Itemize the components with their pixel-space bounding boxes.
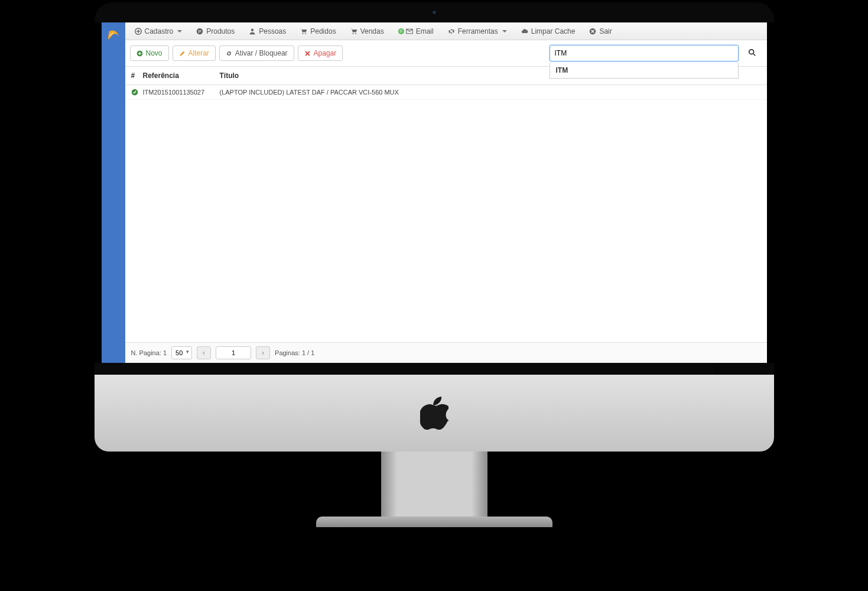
nav-label: Vendas [360,27,384,35]
n-pagina-label: N. Pagina: 1 [131,349,167,356]
caret-down-icon [177,30,182,33]
nav-pedidos[interactable]: Pedidos [294,25,342,38]
imac-stand [381,452,487,517]
imac-chin [95,375,774,452]
svg-text:P: P [199,29,201,34]
alterar-button[interactable]: Alterar [173,46,216,61]
action-toolbar: Novo Alterar Ativar / Bloquear Apagar [125,40,767,67]
cart-icon [350,28,357,35]
nav-vendas[interactable]: Vendas [344,25,390,38]
nav-label: Produtos [206,27,235,35]
nav-limpar-cache[interactable]: Limpar Cache [515,25,581,38]
search-input[interactable] [550,45,739,61]
envelope-icon [406,28,413,35]
nav-sair[interactable]: Sair [583,25,617,38]
nav-label: Ferramentas [458,27,498,35]
search-button[interactable] [742,48,762,59]
search-wrap: ITM [550,45,739,61]
cloud-icon [521,28,528,35]
gear-icon [448,28,455,35]
imac-foot [316,517,552,527]
page-number-input[interactable] [216,346,251,359]
cart-icon [300,28,307,35]
user-icon [249,28,256,35]
paginas-label: Paginas: 1 / 1 [275,349,314,356]
imac-top-bezel [95,2,774,22]
app-screen: Cadastro P Produtos Pessoas Pedidos [102,22,767,363]
button-label: Ativar / Bloquear [235,49,288,57]
plus-circle-icon [135,28,142,35]
camera-dot [432,10,437,15]
svg-point-4 [305,33,306,34]
plus-circle-icon [136,50,143,57]
svg-point-5 [352,33,353,34]
app-logo-icon[interactable] [105,26,122,43]
nav-email[interactable]: 0 Email [392,25,440,38]
imac-mockup: Cadastro P Produtos Pessoas Pedidos [95,2,774,527]
pencil-icon [179,50,186,57]
p-circle-icon: P [196,28,203,35]
nav-label: Limpar Cache [531,27,576,35]
search-icon [748,48,756,57]
next-page-button[interactable]: › [256,346,270,359]
novo-button[interactable]: Novo [130,46,169,61]
per-page-select[interactable]: 50 [171,346,192,359]
col-hash-header: # [131,72,143,80]
button-label: Apagar [314,49,337,57]
email-badge: 0 [398,28,404,34]
apagar-button[interactable]: Apagar [298,46,343,61]
pagination-footer: N. Pagina: 1 50 ‹ › Paginas: 1 / 1 [125,342,767,363]
main-area: Cadastro P Produtos Pessoas Pedidos [125,22,767,363]
nav-label: Pedidos [310,27,336,35]
nav-label: Email [416,27,434,35]
button-label: Novo [146,49,162,57]
x-icon [304,50,311,57]
table-body: ITM20151001135027 (LAPTOP INCLUDED) LATE… [125,85,767,342]
table-row[interactable]: ITM20151001135027 (LAPTOP INCLUDED) LATE… [125,85,767,100]
col-referencia-header: Referência [143,72,220,80]
cell-titulo: (LAPTOP INCLUDED) LATEST DAF / PACCAR VC… [220,89,761,96]
screen-frame: Cadastro P Produtos Pessoas Pedidos [95,22,774,363]
svg-point-3 [303,33,304,34]
nav-label: Cadastro [145,27,174,35]
nav-cadastro[interactable]: Cadastro [129,25,188,38]
caret-down-icon [502,30,507,33]
prev-page-button[interactable]: ‹ [197,346,211,359]
check-circle-icon [131,89,138,96]
imac-bottom-bezel [95,363,774,375]
button-label: Alterar [188,49,209,57]
nav-label: Sair [599,27,612,35]
nav-pessoas[interactable]: Pessoas [243,25,292,38]
svg-point-9 [749,49,753,54]
refresh-icon [226,50,232,57]
svg-point-6 [355,33,356,34]
nav-label: Pessoas [259,27,286,35]
top-nav: Cadastro P Produtos Pessoas Pedidos [125,22,767,40]
autocomplete-dropdown: ITM [550,63,739,79]
ativar-bloquear-button[interactable]: Ativar / Bloquear [219,46,294,61]
x-circle-icon [589,28,596,35]
nav-ferramentas[interactable]: Ferramentas [442,25,513,38]
nav-produtos[interactable]: P Produtos [190,25,240,38]
autocomplete-item[interactable]: ITM [550,63,738,78]
apple-logo-icon [420,397,448,430]
sidebar [102,22,125,363]
cell-referencia: ITM20151001135027 [143,89,220,96]
